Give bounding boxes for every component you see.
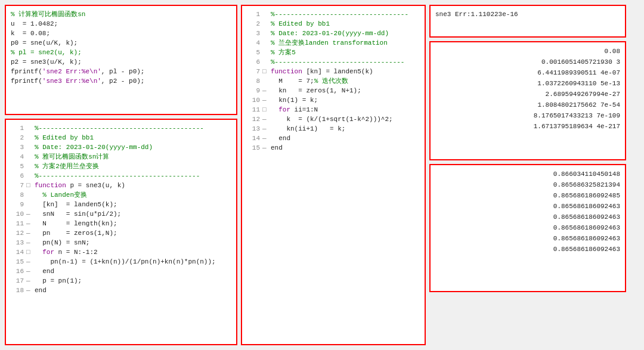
column-1: % 计算雅可比椭圆函数sn u = 1.0482; k = 0.08; p0 =… <box>5 5 237 345</box>
code-line: 10— kn(1) = k; <box>247 95 420 105</box>
code-line: 8 M = 7;% 迭代次数 <box>247 76 420 86</box>
code-line: 14— end <box>247 134 420 143</box>
panel-result-kn: 0.08 0.0016051405721930 3 6.441198939051… <box>429 41 626 160</box>
code-line: k = 0.08; <box>11 29 231 38</box>
code-line: 12— k = (k/(1+sqrt(1-k^2)))^2; <box>247 114 420 124</box>
panel-landen5-function: 1 %---------------------------------- 2 … <box>241 5 426 345</box>
code-line: % 计算雅可比椭圆函数sn <box>11 10 231 19</box>
code-text: 'sne3 Err:%e\n' <box>42 76 101 86</box>
result-value: 6.4411989390511 4e-07 <box>435 67 620 78</box>
code-line: 16— end <box>11 267 231 276</box>
panel-result-err: sne3 Err:1.110223e-16 <box>429 5 626 38</box>
code-text: % pl = sne2(u, k); <box>11 48 82 57</box>
main-container: % 计算雅可比椭圆函数sn u = 1.0482; k = 0.08; p0 =… <box>0 0 644 350</box>
code-line: 6 %--------------------------------- <box>247 57 420 67</box>
code-text: k = 0.08; <box>11 29 50 38</box>
code-line: 5 % 方案5 <box>247 48 420 57</box>
code-text: p2 = sne3(u/K, k); <box>11 57 82 67</box>
code-line: p0 = sne(u/K, k); <box>11 38 231 48</box>
code-line: 8 % Landen变换 <box>11 190 231 200</box>
code-line: p2 = sne3(u/K, k); <box>11 57 231 67</box>
code-line: 11— N = length(kn); <box>11 219 231 228</box>
code-line: fprintf('sne3 Err:%e\n', p2 - p0); <box>11 76 231 86</box>
code-line: 1 %-------------------------------------… <box>11 123 231 133</box>
result-value: 0.865686325821394 <box>435 179 620 190</box>
result-value: 0.866034110450148 <box>435 169 620 179</box>
code-line: u = 1.0482; <box>11 19 231 29</box>
code-line: 5 % 方案2使用兰垒变换 <box>11 162 231 171</box>
panel-code-snippet: % 计算雅可比椭圆函数sn u = 1.0482; k = 0.08; p0 =… <box>5 5 237 115</box>
code-line: 17— p = pn(1); <box>11 276 231 286</box>
result-value: 0.865686186092463 <box>435 201 620 212</box>
err-label: sne3 Err:1.110223e-16 <box>435 10 620 19</box>
code-line: 2 % Edited by bb1 <box>11 133 231 143</box>
code-text: , pl - p0); <box>101 67 145 76</box>
code-line: 10— snN = sin(u*pi/2); <box>11 209 231 219</box>
panel-sne3-function: 1 %-------------------------------------… <box>5 119 237 345</box>
code-line: 13— kn(ii+1) = k; <box>247 124 420 134</box>
code-text: fprintf( <box>11 76 42 86</box>
column-3: sne3 Err:1.110223e-16 0.08 0.00160514057… <box>429 5 626 345</box>
code-line: 18—end <box>11 286 231 295</box>
code-line: 2 % Edited by bb1 <box>247 19 420 29</box>
code-line: 13— pn(N) = snN; <box>11 238 231 247</box>
result-value: 8.1765017433213 7e-109 <box>435 110 620 121</box>
result-value: 0.865686186092463 <box>435 244 620 255</box>
code-line: 15—end <box>247 143 420 153</box>
code-line: 1 %---------------------------------- <box>247 10 420 19</box>
code-text: 'sne2 Err:%e\n' <box>42 67 101 76</box>
code-text: p0 = sne(u/K, k); <box>11 38 78 48</box>
code-line: 9— kn = zeros(1, N+1); <box>247 86 420 95</box>
result-value: 0.0016051405721930 3 <box>435 57 620 67</box>
code-text: u = 1.0482; <box>11 19 58 29</box>
result-value: 1.6713795189634 4e-217 <box>435 121 620 132</box>
result-value: 0.865686186092463 <box>435 222 620 233</box>
code-text: fprintf( <box>11 67 42 76</box>
code-line: fprintf('sne2 Err:%e\n', pl - p0); <box>11 67 231 76</box>
code-line: 9 [kn] = landen5(k); <box>11 200 231 209</box>
result-value: 0.08 <box>435 46 620 57</box>
result-value: 0.865686186092463 <box>435 233 620 244</box>
code-line: 11□ for ii=1:N <box>247 105 420 114</box>
code-line: % pl = sne2(u, k); <box>11 48 231 57</box>
code-line: 4 % 雅可比椭圆函数sn计算 <box>11 152 231 162</box>
code-line: 12— pn = zeros(1,N); <box>11 228 231 238</box>
result-value: 1.8084802175662 7e-54 <box>435 100 620 110</box>
code-line: 15— pn(n-1) = (1+kn(n))/(1/pn(n)+kn(n)*p… <box>11 257 231 267</box>
code-line: 3 % Date: 2023-01-20(yyyy-mm-dd) <box>247 29 420 38</box>
code-line: 6 %-------------------------------------… <box>11 171 231 181</box>
code-text: , p2 - p0); <box>101 76 145 86</box>
column-2: 1 %---------------------------------- 2 … <box>241 5 426 345</box>
code-line: 4 % 兰垒变换landen transformation <box>247 38 420 48</box>
code-line: 3 % Date: 2023-01-20(yyyy-mm-dd) <box>11 143 231 152</box>
code-line: 7□function p = sne3(u, k) <box>11 181 231 190</box>
result-value: 0.865686186092463 <box>435 212 620 222</box>
result-value: 1.0372260943110 5e-13 <box>435 78 620 89</box>
code-line: 7□function [kn] = landen5(k) <box>247 67 420 76</box>
code-text: % 计算雅可比椭圆函数sn <box>11 10 85 19</box>
code-line: 14□ for n = N:-1:2 <box>11 247 231 257</box>
result-value: 2.6895949267994e-27 <box>435 89 620 100</box>
panel-result-pn: 0.866034110450148 0.865686325821394 0.86… <box>429 164 626 292</box>
result-value: 0.865686186092485 <box>435 190 620 201</box>
